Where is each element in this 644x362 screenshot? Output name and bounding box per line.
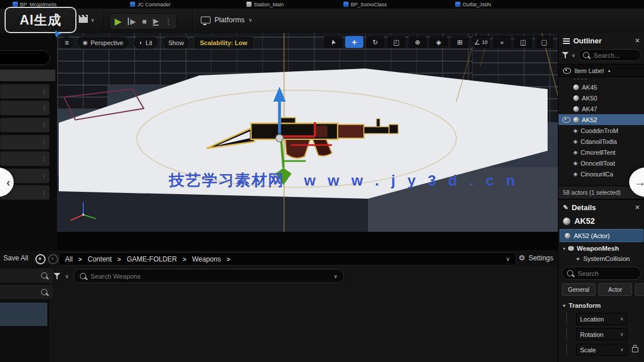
general-filter-button[interactable]: General [562,283,596,296]
selected-folder-row[interactable] [0,303,47,326]
breadcrumb-all[interactable]: All [65,255,72,263]
left-panel-pill[interactable] [0,50,50,65]
perspective-dropdown[interactable]: ◉ Perspective [76,36,129,49]
search-input[interactable] [90,272,330,280]
coordinate-system-button[interactable]: ⊕ [408,36,427,48]
drag-handle-icon[interactable]: ⋮ [42,156,47,162]
actor-instance-row[interactable]: AK52 (Actor) [560,229,643,242]
grid-snap-button[interactable]: ⊞ [451,36,469,48]
show-dropdown[interactable]: Show [162,36,191,49]
tab-station-main[interactable]: Station_Main [246,0,284,9]
search-icon [41,272,47,279]
component-collision-row[interactable]: ✶ SystemCollision [558,254,644,264]
play-button[interactable]: ▶ [115,17,121,26]
visibility-eye-icon[interactable] [562,117,570,123]
filter-icon[interactable] [562,52,569,58]
scalability-warning[interactable]: Scalability: Low [193,36,253,49]
tab-jc-commander[interactable]: JC Commader [130,0,171,9]
lock-scale-icon[interactable] [632,347,638,352]
maximize-viewport-button[interactable]: ▢ [535,36,553,48]
drag-handle-icon[interactable]: ⋮ [42,173,47,179]
play-from-here-button[interactable]: ▶ [153,17,159,26]
outliner-row-ak45[interactable]: AK45 [558,82,644,92]
breadcrumb-weapons[interactable]: Weapons [192,255,221,263]
outliner-search-box[interactable] [578,49,641,61]
actor-filter-button[interactable]: Actor [598,283,632,296]
select-tool-button[interactable]: ➤ [324,36,342,48]
camera-speed-button[interactable]: » [493,36,511,48]
sort-ascending-icon: ▲ [607,69,611,73]
details-search-box[interactable] [562,267,641,280]
list-item[interactable]: ⋮ [0,151,50,166]
clipped-filter-button[interactable] [635,283,644,296]
back-button[interactable] [35,254,46,264]
drag-handle-icon[interactable]: ⋮ [42,105,47,111]
rotate-tool-button[interactable]: ↻ [366,36,384,48]
tab-outfit[interactable]: Outfat_JstiN [455,0,491,9]
rotation-snap-button[interactable]: ∠ 10 [472,36,490,48]
chevron-down-icon[interactable]: ∨ [506,256,510,262]
collapse-chevron-icon[interactable]: ▾ [563,246,565,251]
location-dropdown[interactable]: Location ∨ [576,313,627,325]
outliner-row-component[interactable]: ◈ OnncelllToat [558,158,644,168]
row-label: AK45 [582,84,597,91]
list-item[interactable]: ⋮ [0,84,50,99]
scale-row: Scale ∨ [558,342,644,357]
collections-search-row[interactable] [0,285,53,299]
close-icon[interactable]: ✕ [635,37,640,45]
breadcrumb-content[interactable]: Content [88,255,112,263]
stop-button[interactable]: ■ [142,18,147,25]
list-item[interactable]: ⋮ [0,135,50,150]
outliner-row-ak50[interactable]: AK50 [558,92,644,103]
chevron-down-icon[interactable]: ∨ [65,273,69,279]
drag-handle-icon[interactable]: ⋮ [42,89,47,94]
outliner-column-header[interactable]: Item Label ▲ [558,64,644,77]
sources-panel [0,266,48,362]
details-search-input[interactable] [577,270,636,277]
location-label: Location [580,316,604,323]
breadcrumb-game-folder[interactable]: GAME-FOLDER [127,255,177,263]
sources-search-row[interactable] [0,268,53,283]
drag-handle-icon[interactable]: ⋮ [42,139,47,145]
viewport-menu-button[interactable]: ≡ [60,37,73,49]
platforms-button[interactable]: Platforms ∨ [201,16,252,24]
tab-bp-someclass[interactable]: BP_SomoClass [343,0,387,9]
asset-search-box[interactable]: ∨ [74,269,344,283]
blueprint-icon [455,2,460,7]
drag-handle-icon[interactable]: ⋮ [42,122,47,128]
platforms-label: Platforms [214,16,245,24]
forward-button[interactable] [48,254,58,264]
component-weaponmesh-row[interactable]: ▾ WeaponMesh [558,243,644,254]
playback-options-button[interactable]: ⋮ [165,18,172,25]
surface-snap-button[interactable]: ◈ [430,36,448,48]
transform-section-header[interactable]: ▾ Transform [558,297,644,311]
drag-handle-icon[interactable]: ⋮ [42,190,47,195]
cinematics-button[interactable]: ∨ [79,17,95,23]
viewport-3d[interactable]: ≡ ◉ Perspective ◐ Lit Show Scalability: … [57,33,558,232]
outliner-row-partial[interactable]: - - - - [558,77,644,82]
scale-tool-button[interactable]: ◰ [387,36,406,48]
list-item[interactable]: ⋮ [0,100,50,115]
outliner-row-ak47[interactable]: AK47 [558,103,644,114]
actor-name: AK52 [574,216,595,226]
outliner-row-ak52-selected[interactable]: AK52 [558,114,644,125]
filter-icon[interactable] [54,273,60,279]
chevron-down-icon[interactable]: ∨ [572,53,576,58]
move-tool-button[interactable]: + [345,36,363,48]
globe-icon: ⊕ [415,38,420,46]
outliner-row-component[interactable]: ◈ CuoddinTroM [558,125,644,136]
outliner-row-component[interactable]: ◈ CmorelllTent [558,147,644,158]
list-item[interactable]: ⋮ [0,118,50,132]
outliner-row-component[interactable]: ◈ CdanoilTodla [558,136,644,147]
angle-snap-icon: ∠ [474,38,480,46]
frame-skip-button[interactable]: ▶ [128,18,136,25]
outliner-search-input[interactable] [593,51,637,59]
close-icon[interactable]: ✕ [635,204,640,211]
rotation-dropdown[interactable]: Rotation ∨ [576,328,627,340]
settings-button[interactable]: ⚙ Settings [519,254,553,262]
scale-dropdown[interactable]: Scale ∨ [576,344,627,356]
chevron-down-icon[interactable]: ∨ [334,273,338,279]
view-mode-dropdown[interactable]: ◐ Lit [133,36,159,49]
save-all-button[interactable]: Save All [3,254,28,262]
split-viewport-button[interactable]: ◫ [514,36,532,48]
